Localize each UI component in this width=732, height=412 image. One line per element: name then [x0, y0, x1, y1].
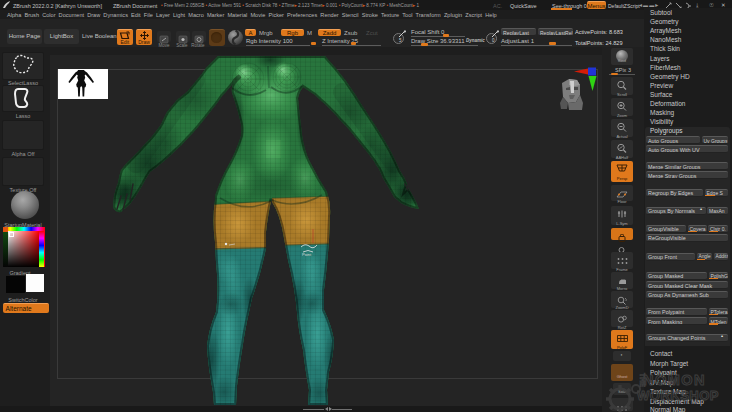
svg-text:Point: Point — [302, 252, 312, 257]
